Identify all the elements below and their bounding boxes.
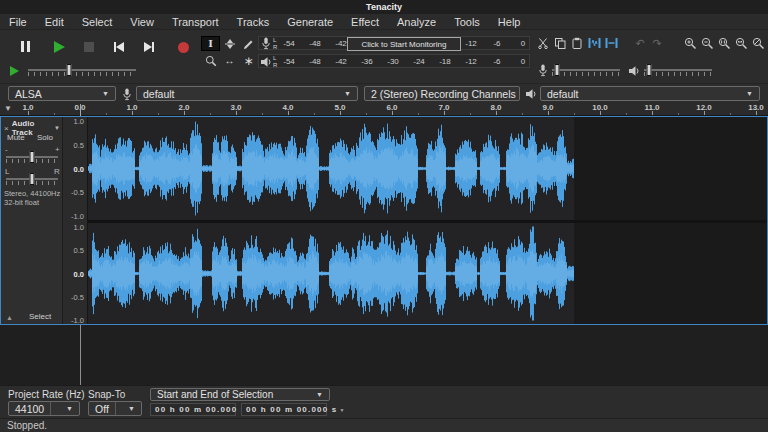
play-at-speed-button[interactable] — [10, 66, 22, 78]
meter-scale-number: -30 — [387, 57, 399, 66]
selection-end-field[interactable]: 00 h 00 m 00.000 s ▼ — [241, 403, 327, 416]
zoom-out-button[interactable] — [700, 36, 714, 50]
solo-button[interactable]: Solo — [37, 133, 53, 142]
select-track-button[interactable]: Select — [29, 312, 51, 321]
skip-to-end-icon — [144, 42, 154, 52]
monitoring-tooltip[interactable]: Click to Start Monitoring — [347, 37, 461, 51]
time-shift-tool-button[interactable]: ↔ — [221, 54, 238, 67]
waveform-channel-left[interactable] — [88, 117, 765, 220]
timeline-tick — [652, 111, 653, 115]
device-toolbar: ALSA ▼ default ▼ 2 (Stereo) Recording Ch… — [0, 84, 768, 102]
envelope-tool-button[interactable] — [221, 37, 238, 50]
menu-item-generate[interactable]: Generate — [278, 14, 342, 30]
meter-scale-number: -12 — [465, 57, 477, 66]
menu-item-tracks[interactable]: Tracks — [228, 14, 279, 30]
redo-button[interactable]: ↷ — [650, 36, 664, 50]
project-rate-value: 44100 — [15, 403, 44, 415]
menu-item-help[interactable]: Help — [489, 14, 530, 30]
tenacity-window: Tenacity FileEditSelectViewTransportTrac… — [0, 0, 768, 432]
recording-channels-dropdown[interactable]: 2 (Stereo) Recording Channels ▼ — [364, 86, 520, 101]
timeline-tick — [444, 111, 445, 115]
meter-scale-number: -54 — [283, 57, 295, 66]
slider-groove — [552, 69, 620, 71]
selection-mode-dropdown[interactable]: Start and End of Selection ▼ — [150, 388, 330, 401]
stop-button[interactable] — [74, 36, 104, 58]
fit-selection-button[interactable] — [717, 36, 731, 50]
slider-handle[interactable] — [30, 173, 35, 185]
playback-speed-slider[interactable] — [28, 64, 136, 77]
track-control-panel[interactable]: × Audio Track ▼ Mute Solo - + L R Stereo… — [1, 117, 63, 324]
project-rate-dropdown[interactable]: 44100 ▼ — [8, 401, 80, 416]
waveform-channel-right[interactable] — [88, 223, 765, 324]
slider-groove — [28, 69, 136, 71]
silence-audio-button[interactable] — [604, 36, 618, 50]
recording-device-dropdown[interactable]: default ▼ — [136, 86, 358, 101]
selection-mode-value: Start and End of Selection — [157, 389, 273, 400]
skip-to-end-button[interactable] — [134, 36, 164, 58]
zoom-out-icon — [701, 37, 714, 50]
copy-button[interactable] — [553, 36, 567, 50]
menu-item-effect[interactable]: Effect — [342, 14, 388, 30]
amplitude-label: -1.0 — [71, 211, 84, 220]
slider-handle[interactable] — [67, 64, 72, 76]
timeline-ruler[interactable]: ▼ 1.00.01.02.03.04.05.06.07.08.09.010.01… — [0, 102, 768, 116]
fit-project-button[interactable] — [734, 36, 748, 50]
amplitude-ruler: 1.00.50.0-0.5-1.0 — [63, 117, 87, 220]
cut-button[interactable] — [536, 36, 550, 50]
menu-item-select[interactable]: Select — [73, 14, 122, 30]
playback-volume-slider[interactable] — [644, 64, 712, 77]
play-button[interactable] — [44, 36, 74, 58]
menu-item-tools[interactable]: Tools — [445, 14, 489, 30]
timeline-tick — [28, 111, 29, 115]
snap-to-dropdown[interactable]: Off ▼ — [88, 401, 142, 416]
playback-device-dropdown[interactable]: default ▼ — [540, 86, 760, 101]
playback-device-value: default — [547, 88, 579, 100]
selection-tool-button[interactable]: I — [202, 37, 219, 50]
menu-item-transport[interactable]: Transport — [163, 14, 228, 30]
trim-audio-button[interactable] — [587, 36, 601, 50]
timeline-options-button[interactable]: ▼ — [4, 104, 12, 113]
timeline-tick — [132, 111, 133, 115]
selection-start-field[interactable]: 00 h 00 m 00.000 s ▼ — [150, 403, 236, 416]
paste-button[interactable] — [570, 36, 584, 50]
waveform-area[interactable] — [88, 117, 767, 324]
dropdown-arrow-icon: ▼ — [338, 90, 351, 97]
pause-button[interactable] — [10, 36, 40, 58]
recording-volume-slider[interactable] — [552, 64, 620, 77]
collapse-track-icon[interactable]: ▲ — [6, 314, 13, 321]
menu-item-edit[interactable]: Edit — [36, 14, 73, 30]
playback-meter[interactable]: LR -54-48-42-36-30-24-18-12-60 — [258, 54, 530, 68]
record-button[interactable] — [168, 36, 198, 58]
skip-to-start-button[interactable] — [104, 36, 134, 58]
draw-tool-button[interactable] — [240, 37, 257, 50]
slider-handle[interactable] — [646, 64, 651, 76]
undo-button[interactable]: ↶ — [633, 36, 647, 50]
audio-host-dropdown[interactable]: ALSA ▼ — [8, 86, 116, 101]
audio-track[interactable]: × Audio Track ▼ Mute Solo - + L R Stereo… — [0, 116, 768, 325]
meter-scale-number: -6 — [493, 39, 500, 48]
menu-item-file[interactable]: File — [0, 14, 36, 30]
gain-slider[interactable] — [6, 151, 58, 164]
slider-handle[interactable] — [30, 151, 35, 163]
record-meter[interactable]: LR -54-48-42-36-30-24-18-12-60 Click to … — [258, 36, 530, 50]
amplitude-label: 1.0 — [74, 117, 84, 126]
close-track-icon[interactable]: × — [4, 124, 9, 133]
multi-tool-button[interactable]: ∗ — [240, 54, 257, 67]
menu-item-view[interactable]: View — [121, 14, 163, 30]
zoom-in-button[interactable] — [683, 36, 697, 50]
track-format-line2: 32-bit float — [4, 198, 39, 207]
timeline-tick-minor — [678, 113, 679, 115]
recording-device-value: default — [143, 88, 175, 100]
zoom-toggle-button[interactable] — [751, 36, 765, 50]
track-area-background[interactable] — [0, 325, 768, 385]
menu-item-analyze[interactable]: Analyze — [388, 14, 445, 30]
zoom-tool-button[interactable] — [202, 54, 219, 67]
pan-slider[interactable] — [6, 173, 58, 186]
mute-button[interactable]: Mute — [7, 133, 25, 142]
slider-handle[interactable] — [554, 64, 559, 76]
timeline-tick-minor — [366, 113, 367, 115]
meter-scale-number: -42 — [335, 39, 347, 48]
track-menu-arrow-icon[interactable]: ▼ — [54, 125, 60, 131]
fit-project-icon — [735, 37, 748, 50]
copy-icon — [554, 37, 566, 49]
